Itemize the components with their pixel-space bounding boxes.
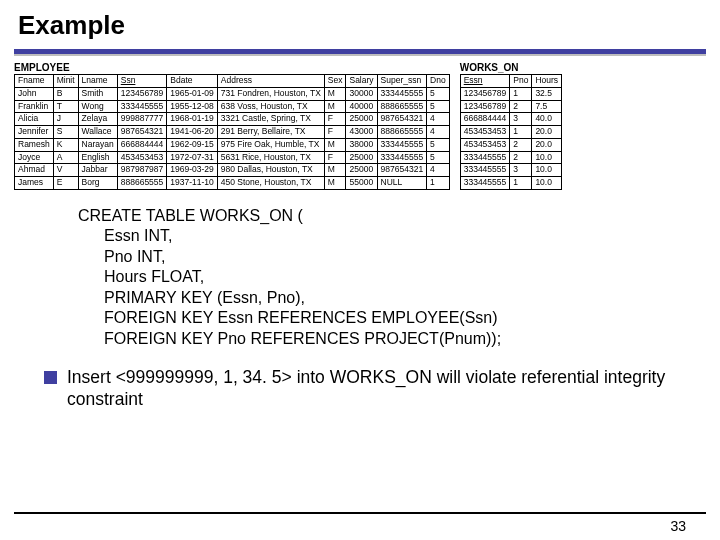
cell: 43000	[346, 126, 377, 139]
cell: 5	[427, 100, 450, 113]
column-header: Pno	[510, 75, 532, 88]
cell: 1972-07-31	[167, 151, 217, 164]
table-row: 666884444340.0	[460, 113, 561, 126]
table-row: 453453453120.0	[460, 126, 561, 139]
cell: 450 Stone, Houston, TX	[217, 177, 324, 190]
slide: Example EMPLOYEE FnameMinitLnameSsnBdate…	[0, 0, 720, 540]
cell: F	[324, 126, 346, 139]
cell: 123456789	[460, 100, 510, 113]
table-row: FranklinTWong3334455551955-12-08638 Voss…	[15, 100, 450, 113]
cell: Joyce	[15, 151, 54, 164]
employee-table: EMPLOYEE FnameMinitLnameSsnBdateAddressS…	[14, 62, 450, 190]
page-title: Example	[18, 10, 706, 41]
cell: 3	[510, 113, 532, 126]
column-header: Dno	[427, 75, 450, 88]
sql-line: CREATE TABLE WORKS_ON (	[78, 207, 303, 224]
cell: E	[53, 177, 78, 190]
table-row: JohnBSmith1234567891965-01-09731 Fondren…	[15, 87, 450, 100]
cell: 10.0	[532, 151, 562, 164]
works-on-caption: WORKS_ON	[460, 62, 562, 74]
cell: 888665555	[377, 100, 427, 113]
table-row: 123456789132.5	[460, 87, 561, 100]
cell: 987654321	[377, 113, 427, 126]
table-row: AhmadVJabbar9879879871969-03-29980 Dalla…	[15, 164, 450, 177]
cell: 123456789	[117, 87, 167, 100]
bullet-text: Insert <999999999, 1, 34. 5> into WORKS_…	[67, 367, 694, 411]
cell: NULL	[377, 177, 427, 190]
cell: 888665555	[377, 126, 427, 139]
cell: English	[78, 151, 117, 164]
title-rule-shadow	[14, 54, 706, 56]
cell: 32.5	[532, 87, 562, 100]
cell: 975 Fire Oak, Humble, TX	[217, 138, 324, 151]
cell: 333445555	[460, 164, 510, 177]
cell: Narayan	[78, 138, 117, 151]
cell: M	[324, 177, 346, 190]
cell: 888665555	[117, 177, 167, 190]
cell: 1	[510, 87, 532, 100]
column-header: Super_ssn	[377, 75, 427, 88]
cell: 1965-01-09	[167, 87, 217, 100]
cell: B	[53, 87, 78, 100]
cell: 4	[427, 126, 450, 139]
cell: 333445555	[377, 87, 427, 100]
sql-line: Essn INT,	[78, 226, 706, 246]
column-header: Sex	[324, 75, 346, 88]
cell: John	[15, 87, 54, 100]
cell: 5	[427, 87, 450, 100]
cell: 3321 Castle, Spring, TX	[217, 113, 324, 126]
cell: 666884444	[117, 138, 167, 151]
cell: 980 Dallas, Houston, TX	[217, 164, 324, 177]
square-bullet-icon	[44, 371, 57, 384]
table-row: 12345678927.5	[460, 100, 561, 113]
sql-line: Pno INT,	[78, 247, 706, 267]
cell: 453453453	[460, 126, 510, 139]
column-header: Minit	[53, 75, 78, 88]
cell: 5631 Rice, Houston, TX	[217, 151, 324, 164]
cell: 333445555	[377, 151, 427, 164]
column-header: Fname	[15, 75, 54, 88]
cell: 638 Voss, Houston, TX	[217, 100, 324, 113]
cell: 666884444	[460, 113, 510, 126]
cell: James	[15, 177, 54, 190]
cell: K	[53, 138, 78, 151]
cell: 5	[427, 138, 450, 151]
cell: 123456789	[460, 87, 510, 100]
table-row: 333445555210.0	[460, 151, 561, 164]
sql-line: PRIMARY KEY (Essn, Pno),	[78, 288, 706, 308]
cell: 4	[427, 164, 450, 177]
table-header-row: FnameMinitLnameSsnBdateAddressSexSalaryS…	[15, 75, 450, 88]
cell: 2	[510, 151, 532, 164]
cell: 10.0	[532, 164, 562, 177]
cell: Franklin	[15, 100, 54, 113]
cell: Wong	[78, 100, 117, 113]
cell: M	[324, 138, 346, 151]
column-header: Lname	[78, 75, 117, 88]
cell: 1969-03-29	[167, 164, 217, 177]
column-header: Bdate	[167, 75, 217, 88]
cell: M	[324, 87, 346, 100]
cell: 40000	[346, 100, 377, 113]
cell: Smith	[78, 87, 117, 100]
cell: S	[53, 126, 78, 139]
cell: 1962-09-15	[167, 138, 217, 151]
cell: M	[324, 164, 346, 177]
cell: F	[324, 151, 346, 164]
cell: 987987987	[117, 164, 167, 177]
table-row: 333445555310.0	[460, 164, 561, 177]
cell: V	[53, 164, 78, 177]
bullet-item: Insert <999999999, 1, 34. 5> into WORKS_…	[44, 367, 694, 411]
cell: M	[324, 100, 346, 113]
employee-caption: EMPLOYEE	[14, 62, 450, 74]
cell: 3	[510, 164, 532, 177]
cell: 1937-11-10	[167, 177, 217, 190]
footer-rule	[14, 512, 706, 514]
column-header: Salary	[346, 75, 377, 88]
cell: 1	[510, 177, 532, 190]
cell: F	[324, 113, 346, 126]
page-number: 33	[670, 518, 686, 534]
cell: 1941-06-20	[167, 126, 217, 139]
column-header: Essn	[460, 75, 510, 88]
cell: 38000	[346, 138, 377, 151]
cell: 1968-01-19	[167, 113, 217, 126]
